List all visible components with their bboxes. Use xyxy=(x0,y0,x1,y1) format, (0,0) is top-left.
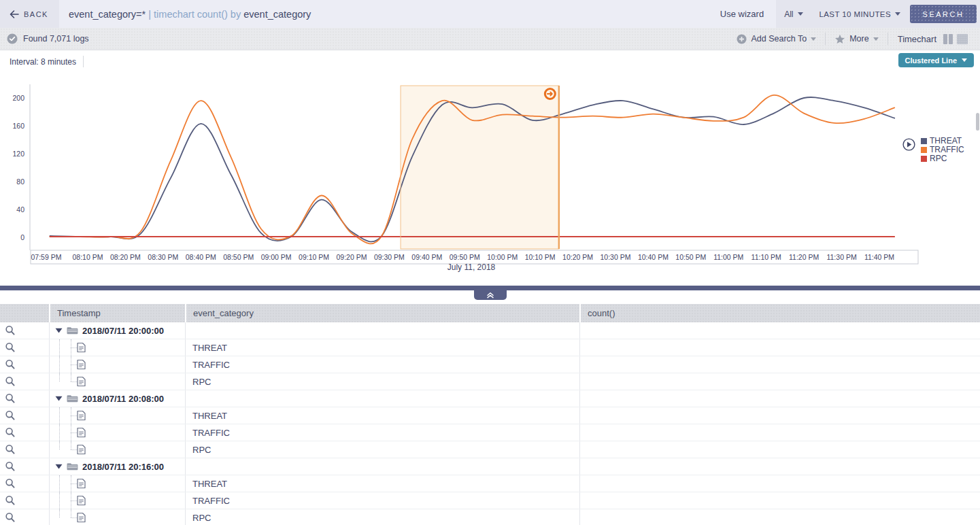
magnifier-icon[interactable] xyxy=(5,342,16,353)
event-category-value: RPC xyxy=(192,513,211,523)
chevron-down-icon xyxy=(811,37,816,41)
folder-icon xyxy=(67,462,78,471)
table-row-event[interactable]: TRAFFIC xyxy=(0,492,980,509)
group-timestamp: 2018/07/11 20:08:00 xyxy=(82,394,164,404)
magnifier-icon[interactable] xyxy=(5,410,16,421)
svg-text:11:20 PM: 11:20 PM xyxy=(789,253,819,261)
magnifier-icon[interactable] xyxy=(5,495,16,506)
magnifier-icon[interactable] xyxy=(5,393,16,404)
back-button[interactable]: BACK xyxy=(0,0,59,28)
svg-text:08:30 PM: 08:30 PM xyxy=(148,253,178,261)
svg-text:08:20 PM: 08:20 PM xyxy=(110,253,141,261)
panel-divider[interactable] xyxy=(0,286,980,290)
svg-text:08:40 PM: 08:40 PM xyxy=(186,253,216,261)
svg-text:120: 120 xyxy=(12,150,24,158)
tree-line xyxy=(71,348,77,348)
column-header-count[interactable]: count() xyxy=(579,304,980,322)
svg-text:10:20 PM: 10:20 PM xyxy=(562,253,593,261)
event-category-value: THREAT xyxy=(192,479,227,489)
table-row-event[interactable]: THREAT xyxy=(0,407,980,424)
collapse-triangle-icon[interactable] xyxy=(55,464,63,469)
magnifier-icon[interactable] xyxy=(5,478,16,489)
table-row-event[interactable]: RPC xyxy=(0,441,980,458)
found-logs-status: Found 7,071 logs xyxy=(7,33,89,44)
scrollbar-thumb[interactable] xyxy=(976,113,979,131)
status-toolbar: Found 7,071 logs Add Search To More Time… xyxy=(0,28,980,50)
table-row-event[interactable]: RPC xyxy=(0,509,980,525)
play-button[interactable] xyxy=(902,138,915,151)
folder-icon xyxy=(67,394,78,403)
magnifier-icon[interactable] xyxy=(5,512,16,523)
magnifier-icon[interactable] xyxy=(5,427,16,438)
view-mode-label: Timechart xyxy=(888,34,943,44)
timechart-canvas[interactable]: 0408012016020007:59 PM08:10 PM08:20 PM08… xyxy=(0,50,980,286)
svg-text:200: 200 xyxy=(12,94,24,102)
use-wizard-link[interactable]: Use wizard xyxy=(720,9,766,19)
tree-line xyxy=(71,373,71,382)
add-search-to-button[interactable]: Add Search To xyxy=(728,34,825,44)
tree-line xyxy=(59,356,60,373)
column-header-actions xyxy=(0,304,49,322)
search-query-input[interactable]: event_category=* | timechart count() by … xyxy=(59,0,776,28)
collapse-panel-button[interactable] xyxy=(474,290,507,300)
rpc-swatch-icon xyxy=(921,156,927,162)
magnifier-icon[interactable] xyxy=(5,359,16,370)
collapse-triangle-icon[interactable] xyxy=(55,328,63,333)
column-header-event-category[interactable]: event_category xyxy=(185,304,579,322)
table-row-group[interactable]: 2018/07/11 20:08:00 xyxy=(0,390,980,407)
document-icon xyxy=(77,479,86,489)
svg-text:08:10 PM: 08:10 PM xyxy=(72,253,103,261)
table-row-group[interactable]: 2018/07/11 20:00:00 xyxy=(0,322,980,339)
table-row-event[interactable]: THREAT xyxy=(0,339,980,356)
table-row-group[interactable]: 2018/07/11 20:16:00 xyxy=(0,458,980,475)
back-label: BACK xyxy=(24,10,48,18)
chart-legend: THREAT TRAFFIC RPC xyxy=(921,137,964,163)
svg-text:10:50 PM: 10:50 PM xyxy=(675,253,706,261)
more-button[interactable]: More xyxy=(826,34,887,44)
legend-item-rpc[interactable]: RPC xyxy=(921,154,964,163)
collapse-triangle-icon[interactable] xyxy=(55,396,63,401)
magnifier-icon[interactable] xyxy=(5,325,16,336)
add-search-to-label: Add Search To xyxy=(751,34,807,44)
query-segment: | timechart count() by xyxy=(148,9,243,20)
magnifier-icon[interactable] xyxy=(5,444,16,455)
check-circle-icon xyxy=(7,33,18,44)
svg-text:10:40 PM: 10:40 PM xyxy=(638,253,669,261)
tree-line xyxy=(71,382,77,382)
time-range-dropdown[interactable]: LAST 10 MINUTES xyxy=(811,0,909,28)
chart-type-dropdown[interactable]: Clustered Line xyxy=(898,53,974,67)
document-icon xyxy=(77,360,86,370)
magnifier-icon[interactable] xyxy=(5,376,16,387)
table-row-event[interactable]: RPC xyxy=(0,373,980,390)
magnifier-icon[interactable] xyxy=(5,461,16,472)
tree-line xyxy=(71,416,77,416)
event-category-value: THREAT xyxy=(192,411,227,421)
document-icon xyxy=(77,377,86,387)
threat-swatch-icon xyxy=(921,138,927,144)
traffic-swatch-icon xyxy=(921,147,927,153)
svg-text:160: 160 xyxy=(12,122,24,130)
tree-line xyxy=(59,492,60,509)
table-row-event[interactable]: TRAFFIC xyxy=(0,424,980,441)
column-header-timestamp[interactable]: Timestamp xyxy=(49,304,185,322)
tree-line xyxy=(71,509,71,518)
document-icon xyxy=(77,411,86,421)
chart-type-value: Clustered Line xyxy=(905,56,957,65)
query-segment: event_category=* xyxy=(69,9,148,20)
scope-dropdown[interactable]: All xyxy=(776,0,811,28)
columns-view-icon[interactable] xyxy=(943,34,953,44)
folder-icon xyxy=(67,326,78,335)
event-category-value: RPC xyxy=(192,445,211,455)
tree-line xyxy=(59,339,60,356)
scope-value: All xyxy=(784,10,793,19)
event-category-value: TRAFFIC xyxy=(192,360,230,370)
document-icon xyxy=(77,496,86,506)
table-row-event[interactable]: TRAFFIC xyxy=(0,356,980,373)
search-button[interactable]: SEARCH xyxy=(910,5,977,23)
grid-view-icon[interactable] xyxy=(957,34,968,44)
group-timestamp: 2018/07/11 20:00:00 xyxy=(82,326,164,336)
table-row-event[interactable]: THREAT xyxy=(0,475,980,492)
tree-line xyxy=(59,407,60,424)
tree-line xyxy=(71,484,77,484)
timechart-panel: Interval: 8 minutes Clustered Line 04080… xyxy=(0,50,980,286)
